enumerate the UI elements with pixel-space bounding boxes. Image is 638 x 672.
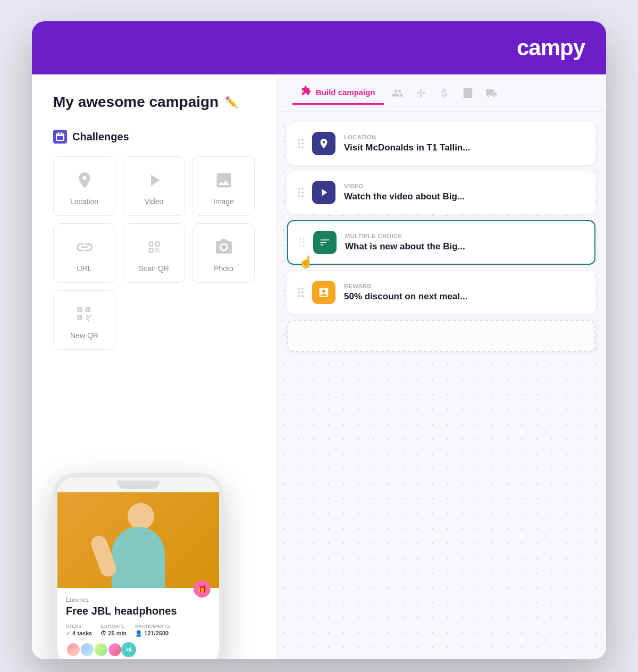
campaign-item-empty — [287, 320, 595, 352]
tab-delivery[interactable] — [482, 83, 501, 103]
cursor-hand-icon: ☝️ — [299, 255, 313, 269]
location-item-content: LOCATION Visit McDonalds in T1 Tallin... — [344, 134, 585, 153]
campaign-items-list: LOCATION Visit McDonalds in T1 Tallin... — [276, 112, 606, 369]
challenge-label-new-qr: New QR — [70, 331, 98, 340]
video-item-title: Watch the video about Big... — [344, 191, 585, 202]
campaign-item-multiple-choice[interactable]: MULTIPLE CHOICE What is new about the Bi… — [287, 220, 595, 265]
build-campaign-icon — [301, 86, 312, 99]
svg-point-3 — [420, 95, 422, 97]
drag-handle-reward[interactable] — [298, 288, 304, 297]
challenges-section-header: Challenges — [53, 130, 255, 144]
video-type-label: VIDEO — [344, 183, 585, 189]
participants-label: PARTICIPANTS — [135, 624, 170, 629]
tab-audience[interactable] — [388, 83, 407, 103]
drag-handle-video[interactable] — [298, 188, 304, 197]
campaign-item-reward[interactable]: REWARD 50% discount on next meal... — [287, 271, 595, 314]
challenge-card-image[interactable]: Image — [192, 156, 255, 216]
svg-point-0 — [417, 92, 419, 94]
challenge-card-location[interactable]: Location — [53, 156, 115, 216]
mc-item-content: MULTIPLE CHOICE What is new about the Bi… — [345, 233, 584, 252]
scan-qr-icon — [144, 237, 165, 258]
phone-mockup-container: 🎁 Euronics Free JBL headphones STEPS ✓ 4… — [53, 473, 223, 659]
challenge-card-new-qr[interactable]: New QR — [53, 290, 115, 350]
challenge-label-url: URL — [77, 264, 91, 273]
photo-icon — [213, 237, 234, 258]
video-item-icon — [312, 181, 335, 204]
challenge-card-scan-qr[interactable]: Scan QR — [123, 223, 185, 283]
mc-item-title: What is new about the Big... — [345, 241, 584, 252]
location-type-label: LOCATION — [344, 134, 585, 140]
mc-item-icon — [313, 231, 337, 254]
sidebar: My awesome campaign ✏️ Challenges Locati… — [32, 74, 276, 659]
video-item-content: VIDEO Watch the video about Big... — [344, 183, 585, 202]
phone-notch — [117, 481, 160, 489]
challenges-grid: Location Video Image — [53, 156, 255, 350]
location-icon — [74, 170, 95, 191]
app-wrapper: campy My awesome campaign ✏️ Challenges — [32, 21, 606, 659]
phone-mockup: 🎁 Euronics Free JBL headphones STEPS ✓ 4… — [53, 473, 223, 659]
steps-value: ✓ 4 tasks — [66, 630, 92, 637]
mc-type-label: MULTIPLE CHOICE — [345, 233, 584, 239]
new-qr-icon — [74, 304, 95, 325]
phone-stat-participants: PARTICIPANTS 👤 121/2500 — [135, 624, 170, 637]
challenge-label-video: Video — [145, 197, 164, 206]
challenge-label-location: Location — [70, 197, 98, 206]
tab-build-label: Build campaign — [316, 88, 375, 97]
challenges-icon — [53, 130, 67, 144]
location-item-title: Visit McDonalds in T1 Tallin... — [344, 142, 585, 153]
phone-friends-row: +6 — [66, 642, 211, 657]
phone-notch-bar — [57, 477, 219, 492]
phone-image-area — [57, 492, 219, 588]
campaign-item-location[interactable]: LOCATION Visit McDonalds in T1 Tallin... — [287, 122, 595, 165]
reward-item-content: REWARD 50% discount on next meal... — [344, 283, 585, 302]
phone-campaign-name: Free JBL headphones — [66, 605, 211, 617]
tab-budget[interactable] — [435, 83, 454, 103]
friend-avatar-4 — [107, 642, 122, 657]
steps-label: STEPS — [66, 624, 92, 629]
friend-avatar-3 — [94, 642, 108, 657]
phone-stat-estimate: ESTIMATE ⏱ 25 min — [100, 624, 127, 637]
svg-point-2 — [423, 92, 425, 94]
estimate-label: ESTIMATE — [100, 624, 127, 629]
challenges-title: Challenges — [72, 131, 129, 143]
challenge-label-image: Image — [213, 197, 234, 206]
reward-item-title: 50% discount on next meal... — [344, 291, 585, 302]
challenge-label-scan-qr: Scan QR — [139, 264, 169, 273]
right-panel: Build campaign — [276, 74, 606, 659]
tab-bar: Build campaign — [276, 74, 606, 112]
phone-gift-icon: 🎁 — [194, 581, 211, 598]
phone-stats-row: STEPS ✓ 4 tasks ESTIMATE ⏱ 25 min — [66, 624, 211, 637]
participants-value: 👤 121/2500 — [135, 630, 170, 637]
estimate-value: ⏱ 25 min — [100, 630, 127, 636]
tab-build-campaign[interactable]: Build campaign — [292, 81, 384, 105]
main-content: My awesome campaign ✏️ Challenges Locati… — [32, 74, 606, 659]
challenge-card-video[interactable]: Video — [123, 156, 185, 216]
reward-type-label: REWARD — [344, 283, 585, 289]
campaign-title-row: My awesome campaign ✏️ — [53, 94, 255, 111]
tab-analytics[interactable] — [458, 83, 477, 103]
tab-flow[interactable] — [412, 83, 431, 103]
location-item-icon — [312, 132, 335, 155]
phone-brand: Euronics — [66, 597, 211, 603]
edit-icon[interactable]: ✏️ — [225, 96, 238, 108]
friend-avatar-1 — [66, 642, 81, 657]
video-icon — [144, 170, 165, 191]
challenge-card-photo[interactable]: Photo — [192, 223, 255, 283]
url-icon — [74, 237, 95, 258]
phone-content: 🎁 Euronics Free JBL headphones STEPS ✓ 4… — [57, 588, 219, 659]
svg-point-1 — [420, 89, 422, 91]
friend-avatar-2 — [80, 642, 95, 657]
campaign-title: My awesome campaign — [53, 94, 219, 111]
drag-handle-mc[interactable] — [299, 238, 305, 247]
challenge-card-url[interactable]: URL — [53, 223, 115, 283]
reward-item-icon — [312, 281, 335, 304]
app-logo: campy — [517, 35, 585, 61]
image-icon — [213, 170, 234, 191]
more-friends-badge: +6 — [121, 642, 136, 657]
top-bar: campy — [32, 21, 606, 74]
campaign-item-video[interactable]: VIDEO Watch the video about Big... — [287, 171, 595, 214]
challenge-label-photo: Photo — [214, 264, 233, 273]
drag-handle-location[interactable] — [298, 139, 304, 148]
phone-stat-steps: STEPS ✓ 4 tasks — [66, 624, 92, 637]
